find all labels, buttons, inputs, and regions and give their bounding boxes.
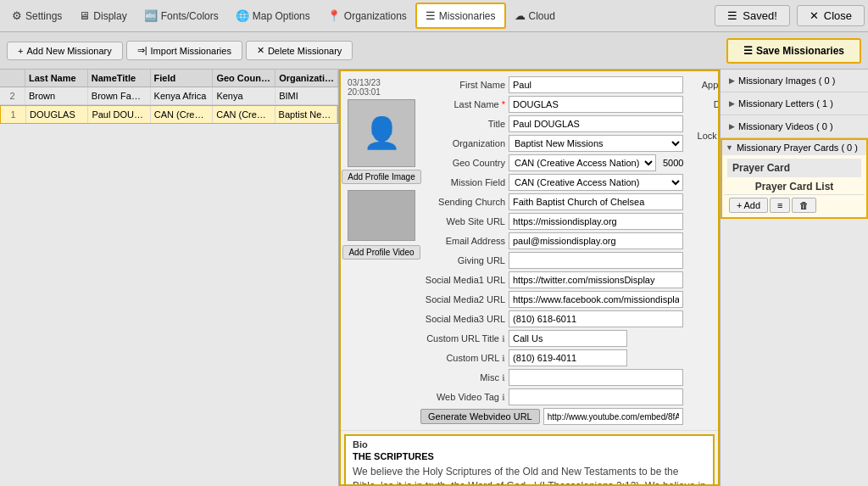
missionary-images-item[interactable]: ▶ Missionary Images ( 0 ) bbox=[726, 73, 863, 88]
nav-cloud[interactable]: ☁ Cloud bbox=[506, 4, 564, 27]
misc-input[interactable] bbox=[509, 369, 683, 386]
add-profile-video-button[interactable]: Add Profile Video bbox=[342, 245, 420, 260]
missionary-letters-item[interactable]: ▶ Missionary Letters ( 1 ) bbox=[726, 96, 863, 111]
last-name-row: Last Name * bbox=[420, 96, 683, 113]
nav-fonts-label: Fonts/Colors bbox=[161, 10, 219, 22]
email-row: Email Address bbox=[420, 232, 683, 249]
nav-settings[interactable]: ⚙ Settings bbox=[3, 4, 70, 27]
prayer-cards-section: ▼ Missionary Prayer Cards ( 0 ) Prayer C… bbox=[721, 138, 868, 219]
org-icon: 📍 bbox=[327, 9, 341, 22]
web-video-tag-input[interactable] bbox=[509, 388, 683, 405]
website-label: Web Site URL bbox=[420, 216, 505, 226]
add-missionary-button[interactable]: + Add New Missionary bbox=[7, 42, 123, 60]
nav-map-options[interactable]: 🌐 Map Options bbox=[227, 4, 319, 27]
geo-1: CAN (Creative Access bbox=[213, 106, 275, 123]
sending-church-input[interactable] bbox=[509, 193, 683, 210]
add-prayer-card-icon: + bbox=[737, 200, 742, 210]
social1-input[interactable] bbox=[509, 271, 683, 288]
last-name-2: Brown bbox=[25, 87, 88, 104]
row-num-1: 1 bbox=[1, 106, 26, 123]
close-label: Close bbox=[824, 9, 852, 22]
org-select[interactable]: Baptist New Missions bbox=[509, 135, 683, 152]
delete-prayer-card-button[interactable]: 🗑 bbox=[792, 198, 816, 213]
right-fields: Approval Date Death Date Slideshow Lock … bbox=[688, 76, 720, 425]
lat-label: Lat bbox=[688, 148, 720, 158]
mission-field-select[interactable]: CAN (Creative Access Nation) bbox=[509, 174, 683, 191]
giving-url-input[interactable] bbox=[509, 252, 683, 269]
org-1: Baptist New Missi bbox=[275, 106, 337, 123]
prayer-card-list: Prayer Card List bbox=[724, 179, 865, 194]
prayer-cards-label: Missionary Prayer Cards ( 0 ) bbox=[737, 142, 858, 153]
lon-row: Lon bbox=[688, 164, 720, 181]
missionaries-icon: ☰ bbox=[426, 9, 436, 22]
missionary-videos-label: Missionary Videos ( 0 ) bbox=[738, 121, 833, 131]
missionary-images-section: ▶ Missionary Images ( 0 ) bbox=[721, 70, 868, 92]
generate-webvideo-button[interactable]: Generate Webvideo URL bbox=[420, 409, 540, 424]
prayer-cards-item[interactable]: ▼ Missionary Prayer Cards ( 0 ) bbox=[722, 140, 866, 155]
nav-missionaries[interactable]: ☰ Missionaries bbox=[415, 3, 506, 29]
sending-church-row: Sending Church bbox=[420, 193, 683, 210]
field-1: CAN (Creative Ac bbox=[151, 106, 213, 123]
prayer-card-toolbar: + Add ≡ 🗑 bbox=[724, 194, 865, 215]
edit-prayer-card-button[interactable]: ≡ bbox=[770, 198, 790, 213]
approval-date-label: Approval Date bbox=[688, 80, 720, 90]
title-row: Title bbox=[420, 115, 683, 132]
import-missionaries-button[interactable]: ⇒| Import Missionaries bbox=[126, 41, 242, 60]
save-icon: ☰ bbox=[727, 9, 737, 22]
prayer-cards-chevron: ▼ bbox=[726, 143, 733, 152]
lat-row: Lat bbox=[688, 144, 720, 161]
profile-image: 👤 bbox=[348, 99, 415, 167]
table-row[interactable]: 1 DOUGLAS Paul DOUGLAS CAN (Creative Ac … bbox=[0, 105, 338, 124]
nav-display[interactable]: 🖥 Display bbox=[70, 4, 135, 27]
missionary-images-label: Missionary Images ( 0 ) bbox=[738, 75, 835, 86]
first-name-input[interactable] bbox=[509, 76, 683, 93]
approval-date-row: Approval Date bbox=[688, 76, 720, 93]
title-input[interactable] bbox=[509, 115, 683, 132]
edit-prayer-card-icon: ≡ bbox=[777, 200, 782, 210]
first-name-row: First Name bbox=[420, 76, 683, 93]
webvideo-url-input[interactable] bbox=[543, 408, 684, 425]
last-name-1: DOUGLAS bbox=[26, 106, 88, 123]
website-input[interactable] bbox=[509, 213, 683, 230]
close-button[interactable]: ✕ Close bbox=[797, 5, 865, 26]
nav-org-label: Organizations bbox=[344, 10, 407, 22]
nav-organizations[interactable]: 📍 Organizations bbox=[319, 4, 415, 27]
letters-chevron: ▶ bbox=[729, 99, 735, 108]
profile-video bbox=[348, 190, 415, 241]
geo-select[interactable]: CAN (Creative Access Nation) bbox=[509, 154, 656, 171]
missionary-videos-item[interactable]: ▶ Missionary Videos ( 0 ) bbox=[726, 119, 863, 134]
images-chevron: ▶ bbox=[729, 76, 735, 85]
social2-label: Social Media2 URL bbox=[420, 294, 505, 304]
saved-button[interactable]: ☰ Saved! bbox=[715, 5, 789, 26]
webvideo-url-row: Generate Webvideo URL bbox=[420, 408, 683, 425]
custom-url-title-input[interactable] bbox=[509, 330, 627, 347]
save-missionaries-button[interactable]: ☰ Save Missionaries bbox=[726, 38, 861, 64]
delete-missionary-button[interactable]: ✕ Delete Missionary bbox=[246, 41, 353, 60]
add-profile-image-button[interactable]: Add Profile Image bbox=[342, 170, 421, 184]
save-missionaries-label: Save Missionaries bbox=[756, 45, 844, 57]
custom-url-input[interactable] bbox=[509, 349, 627, 366]
bio-title: THE SCRIPTURES bbox=[353, 451, 706, 461]
email-label: Email Address bbox=[420, 236, 505, 246]
col-name-title: NameTitle bbox=[88, 70, 151, 87]
import-label: Import Missionaries bbox=[151, 46, 231, 56]
website-row: Web Site URL bbox=[420, 213, 683, 230]
last-modified: 03/13/23 20:03:01 bbox=[348, 78, 415, 97]
social2-input[interactable] bbox=[509, 291, 683, 308]
sending-church-label: Sending Church bbox=[420, 197, 505, 207]
email-input[interactable] bbox=[509, 232, 683, 249]
row-num-2: 2 bbox=[0, 87, 25, 104]
missionary-form: 03/13/23 20:03:01 👤 Add Profile Image Ad… bbox=[339, 70, 720, 486]
last-name-input[interactable] bbox=[509, 96, 683, 113]
cloud-icon: ☁ bbox=[515, 9, 526, 22]
add-prayer-card-button[interactable]: + Add bbox=[729, 198, 768, 213]
saved-label: Saved! bbox=[743, 9, 776, 22]
org-row: Organization Baptist New Missions bbox=[420, 135, 683, 152]
giving-url-row: Giving URL bbox=[420, 252, 683, 269]
web-video-tag-row: Web Video Tag ℹ bbox=[420, 388, 683, 405]
table-header: Last Name NameTitle Field Geo Country Or… bbox=[0, 70, 338, 87]
social3-input[interactable] bbox=[509, 310, 683, 327]
first-name-label: First Name bbox=[420, 80, 505, 90]
table-row[interactable]: 2 Brown Brown Family to Kenya Africa Ken… bbox=[0, 87, 338, 105]
nav-fonts-colors[interactable]: 🔤 Fonts/Colors bbox=[136, 4, 227, 27]
